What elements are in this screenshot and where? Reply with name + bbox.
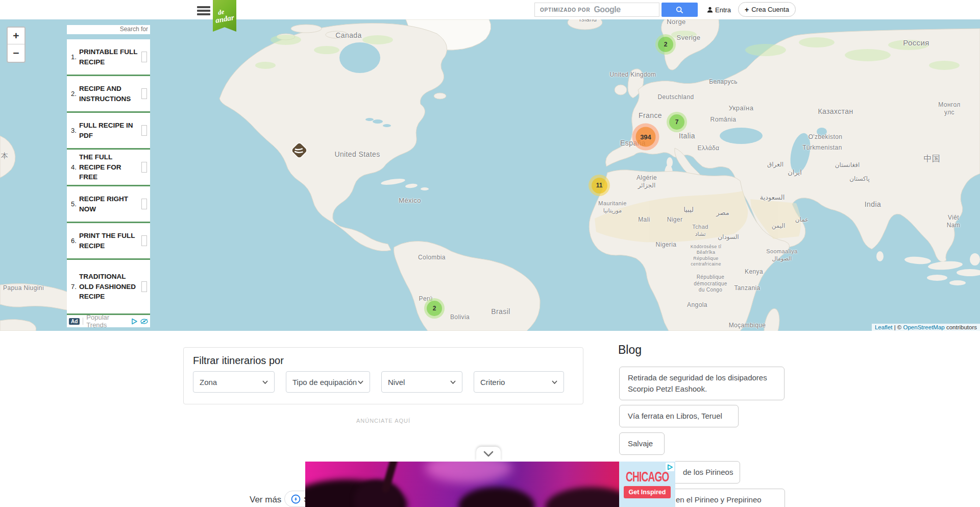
ad-list: 1. PRINTABLE FULL RECIPE 2. RECIPE AND I… xyxy=(67,39,150,315)
search-powered-by-label: OPTIMIZADO POR xyxy=(540,7,590,13)
attribution-separator: | © xyxy=(892,324,903,330)
banner-photo xyxy=(305,462,619,507)
ad-list-item[interactable]: 3. FULL RECIPE IN PDF xyxy=(67,113,150,150)
ad-footer-divider xyxy=(83,318,83,325)
search-button[interactable] xyxy=(662,3,698,17)
openstreetmap-link[interactable]: OpenStreetMap xyxy=(903,324,945,330)
chevron-right-icon xyxy=(141,235,147,246)
ad-item-label: PRINTABLE FULL RECIPE xyxy=(79,47,139,67)
ad-item-number: 6. xyxy=(71,237,79,245)
chevron-down-icon xyxy=(483,451,494,457)
mute-ad-eye-icon[interactable] xyxy=(140,319,148,324)
criteria-select-value: Criterio xyxy=(480,378,505,387)
user-icon xyxy=(707,7,713,13)
itinerary-filter-card: Filtrar itinerarios por Zona Tipo de equ… xyxy=(183,347,583,404)
search-icon xyxy=(676,6,683,14)
hamburger-menu-icon[interactable] xyxy=(197,5,211,16)
map-zoom-control: + − xyxy=(7,27,26,63)
cluster-count: 11 xyxy=(592,178,607,194)
create-account-label: Crea Cuenta xyxy=(751,6,789,13)
blog-post-link[interactable]: Vía ferrata en Libros, Teruel xyxy=(619,405,739,427)
chevron-right-icon xyxy=(141,88,147,99)
sidebar-ad-panel: Search for 1. PRINTABLE FULL RECIPE 2. R… xyxy=(67,25,150,327)
ad-badge[interactable]: Ad xyxy=(69,318,80,325)
login-label: Entra xyxy=(715,6,731,14)
ad-item-label: PRINT THE FULL RECIPE xyxy=(79,231,139,251)
ad-item-number: 5. xyxy=(71,200,79,208)
search-input[interactable]: OPTIMIZADO POR Google xyxy=(534,3,659,17)
lightning-circle-icon xyxy=(291,494,301,504)
chevron-right-icon xyxy=(141,199,147,209)
ad-item-number: 4. xyxy=(71,163,79,171)
chevron-right-icon xyxy=(141,125,147,136)
zone-select[interactable]: Zona xyxy=(193,371,275,393)
level-select[interactable]: Nivel xyxy=(381,371,462,393)
filter-selects-row: Zona Tipo de equipación Nivel Criterio xyxy=(193,371,564,393)
blog-section-title: Blog xyxy=(618,343,642,357)
plus-icon: + xyxy=(745,6,749,14)
map-attribution: Leaflet | © OpenStreetMap contributors xyxy=(872,324,980,331)
site-logo[interactable]: de andar xyxy=(213,0,236,32)
advertise-here-placeholder[interactable]: ANÚNCIATE AQUÍ xyxy=(183,418,583,424)
ad-item-number: 2. xyxy=(71,90,79,98)
see-more-link[interactable]: Ver más xyxy=(250,495,281,505)
ad-list-item[interactable]: 7. TRADITIONAL OLD FASHIONED RECIPE xyxy=(67,260,150,315)
ad-item-label: RECIPE AND INSTRUCTIONS xyxy=(79,84,139,104)
ad-item-number: 3. xyxy=(71,127,79,134)
zoom-in-button[interactable]: + xyxy=(8,28,24,44)
cluster-count: 394 xyxy=(636,127,656,147)
zoom-out-button[interactable]: − xyxy=(8,44,24,61)
map-cluster-marker[interactable]: 11 xyxy=(589,175,610,196)
attribution-suffix: contributors xyxy=(945,324,977,330)
ad-item-label: TRADITIONAL OLD FASHIONED RECIPE xyxy=(79,272,139,302)
chevron-down-icon xyxy=(450,380,456,384)
map-cluster-marker[interactable]: 2 xyxy=(424,298,445,319)
ad-footer: Ad Popular Trends xyxy=(67,315,150,327)
ad-attribution-label: Popular Trends xyxy=(86,313,131,329)
ad-list-item[interactable]: 2. RECIPE AND INSTRUCTIONS xyxy=(67,76,150,113)
ad-list-item[interactable]: 5. RECIPE RIGHT NOW xyxy=(67,186,150,223)
ad-list-item[interactable]: 6. PRINT THE FULL RECIPE xyxy=(67,223,150,260)
ad-list-item[interactable]: 1. PRINTABLE FULL RECIPE xyxy=(67,39,150,76)
map-cluster-marker[interactable]: 2 xyxy=(655,34,676,55)
chevron-right-icon xyxy=(141,52,147,62)
logo-text-line2: andar xyxy=(215,14,235,25)
chevron-right-icon xyxy=(141,281,147,292)
dismiss-banner-button[interactable] xyxy=(476,447,501,461)
login-button[interactable]: Entra xyxy=(707,4,731,15)
create-account-button[interactable]: + Crea Cuenta xyxy=(738,2,796,17)
ad-item-number: 1. xyxy=(71,53,79,61)
chevron-right-icon xyxy=(141,162,147,173)
adchoices-icon[interactable] xyxy=(666,463,674,471)
cluster-count: 7 xyxy=(669,114,684,130)
ad-item-label: THE FULL RECIPE FOR FREE xyxy=(79,152,139,182)
adchoices-icon[interactable] xyxy=(131,318,138,325)
chevron-down-icon xyxy=(552,380,557,384)
zone-select-value: Zona xyxy=(200,378,217,387)
equipment-type-select[interactable]: Tipo de equipación xyxy=(286,371,370,393)
ad-item-label: FULL RECIPE IN PDF xyxy=(79,120,139,140)
google-logo: Google xyxy=(594,5,620,14)
criteria-select[interactable]: Criterio xyxy=(474,371,564,393)
chevron-down-icon xyxy=(358,380,363,384)
top-navigation-bar: OPTIMIZADO POR Google Entra + Crea Cuent… xyxy=(0,0,980,19)
ad-search-for-label: Search for xyxy=(67,25,150,34)
map-cluster-marker[interactable]: 7 xyxy=(667,112,687,132)
equipment-type-select-value: Tipo de equipación xyxy=(292,378,357,387)
cluster-count: 2 xyxy=(658,37,673,52)
ad-item-label: RECIPE RIGHT NOW xyxy=(79,194,139,214)
banner-cta-button[interactable]: Get Inspired xyxy=(624,486,671,498)
level-select-value: Nivel xyxy=(388,378,405,387)
banner-brand-logo: CHICAGO xyxy=(626,469,669,485)
ad-list-item[interactable]: 4. THE FULL RECIPE FOR FREE xyxy=(67,150,150,186)
chevron-down-icon xyxy=(262,380,268,384)
filter-title: Filtrar itinerarios por xyxy=(193,355,284,367)
leaflet-link[interactable]: Leaflet xyxy=(875,324,893,330)
map-cluster-marker[interactable]: 394 xyxy=(632,124,659,151)
cluster-count: 2 xyxy=(427,301,442,316)
blog-post-link[interactable]: Salvaje xyxy=(619,432,665,455)
ad-item-number: 7. xyxy=(71,283,79,291)
blog-post-link[interactable]: Retirada de seguridad de los disipadores… xyxy=(619,367,785,400)
anchor-banner-ad[interactable]: CHICAGO Get Inspired xyxy=(305,461,675,507)
